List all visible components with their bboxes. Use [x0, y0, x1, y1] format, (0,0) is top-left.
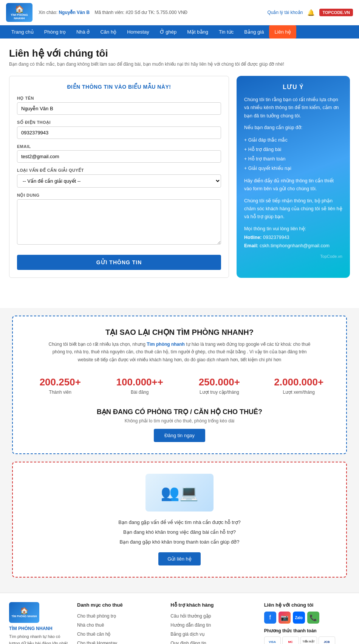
loai-van-de-select[interactable]: -- Vấn đề cần giải quyết -- Giải đáp thắ… [17, 174, 221, 188]
zalo-icon[interactable]: Zalo [293, 612, 305, 624]
noi-dung-label: NỘI DUNG [17, 193, 221, 198]
payment-mc: MC [282, 636, 299, 644]
payment-icons: VISA MC TIỀN MẶT JCB ATM QR [264, 636, 350, 644]
cta-sub: Không phải lo tìm người cho thuê, phòng … [20, 418, 339, 424]
dang-tin-button[interactable]: Đăng tin ngay [154, 429, 205, 442]
footer-link-quy-dinh[interactable]: Quy định đăng tin [170, 639, 256, 644]
stat-label-3: Lượt truy cập/tháng [183, 390, 255, 395]
form-group-hoten: HỌ TÊN [17, 96, 221, 115]
nav-lien-he[interactable]: Liên hệ [269, 25, 296, 39]
header-actions: Quản lý tài khoản 🔔 TOPCODE.VN [267, 9, 353, 16]
footer-link-bang-gia[interactable]: Bảng giá dịch vụ [170, 630, 256, 639]
note-hotline-value: 0932379943 [263, 235, 289, 240]
why-desc-start: Chúng tôi biết bạn có rất nhiều lựa chọn… [48, 342, 145, 347]
stats-row: 200.250+ Thành viên 100.000++ Bài đăng 2… [20, 373, 339, 399]
note-intro: Chúng tôi tin rằng bạn có rất nhiều lựa … [244, 96, 342, 120]
cta-title: BẠN ĐANG CÓ PHÒNG TRỌ / CĂN HỘ CHO THUÊ? [20, 408, 339, 416]
noi-dung-textarea[interactable] [17, 199, 221, 245]
footer-logo-box: 🏠 TÌM PHÒNG NHANH [9, 602, 39, 623]
note-item-2: + Hỗ trợ đăng bài [244, 145, 342, 154]
topcode-watermark: TopCode.vn [244, 254, 342, 259]
bell-icon[interactable]: 🔔 [307, 9, 315, 16]
support-illustration: 👥💻 [145, 474, 214, 512]
stat-label-2: Bài đăng [104, 390, 176, 395]
footer-link-nha-thue[interactable]: Nhà cho thuê [77, 621, 163, 630]
footer-col-danhmuc: Danh mục cho thuê Cho thuê phòng trọ Nhà… [77, 602, 163, 644]
stat-number-3: 250.000+ [183, 376, 255, 388]
payment-title: Phương thức thanh toán [264, 628, 350, 633]
payment-jcb: JCB [319, 636, 335, 644]
support-text: Bạn đang gặp vấn đề về việc tìm nhà cần … [20, 518, 339, 547]
nav-mat-bang[interactable]: Mặt bằng [182, 25, 214, 39]
footer-link-homestay[interactable]: Cho thuê Homestay [77, 639, 163, 644]
top-header: 🏠 TÌM PHÒNG NHANH Xin chào: Nguyễn Văn B… [0, 0, 359, 25]
nav-tin-tuc[interactable]: Tin tức [214, 25, 239, 39]
note-box: LƯU Ý Chúng tôi tin rằng bạn có rất nhiề… [237, 76, 350, 278]
stat-label-1: Thành viên [24, 390, 96, 395]
instagram-icon[interactable]: 📷 [279, 612, 291, 624]
note-contact-intro: Mọi thông tin vui lòng liên hệ: [244, 226, 306, 231]
footer-link-huong-dan[interactable]: Hướng dẫn đăng tin [170, 621, 256, 630]
form-heading: ĐIỀN THÔNG TIN VÀO BIỂU MẪU NÀY! [17, 84, 221, 90]
nav-bang-gia[interactable]: Bảng giá [239, 25, 269, 39]
sdt-input[interactable] [17, 126, 221, 139]
stat-number-4: 2.000.000+ [263, 376, 335, 388]
support-text-3: Bạn đang gặp khó khăn trong thanh toán c… [20, 537, 339, 547]
support-text-2: Bạn đang khó khăn trong việc đăng bài cầ… [20, 527, 339, 537]
stat-number-1: 200.250+ [24, 376, 96, 388]
footer-link-phong-tro[interactable]: Cho thuê phòng trọ [77, 612, 163, 621]
sdt-label: SỐ ĐIỆN THOẠI [17, 120, 221, 125]
main-nav: Trang chủ Phòng trọ Nhà ở Căn hộ Homesta… [0, 25, 359, 39]
stat-bai-dang: 100.000++ Bài đăng [100, 373, 180, 399]
footer-link-cau-hoi[interactable]: Câu hỏi thường gặp [170, 612, 256, 621]
nav-nha-o[interactable]: Nhà ở [71, 25, 95, 39]
email-input[interactable] [17, 150, 221, 163]
phone-icon[interactable]: 📞 [307, 612, 319, 624]
footer-col2-title: Hỗ trợ khách hàng [170, 602, 256, 608]
note-receive: Chúng tôi sẽ tiếp nhận thông tin, bộ phậ… [244, 197, 342, 221]
support-section: 👥💻 Bạn đang gặp vấn đề về việc tìm nhà c… [12, 462, 347, 578]
footer-brand-name: TÌM PHÒNG NHANH [9, 626, 70, 631]
nav-o-ghep[interactable]: Ở ghép [155, 25, 182, 39]
nav-trang-chu[interactable]: Trang chủ [6, 25, 39, 39]
note-help-intro: Nếu bạn đang cần giúp đỡ: [244, 124, 342, 132]
page-subtitle: Bạn đang có thắc mắc, bạn đang không biế… [9, 62, 350, 67]
footer-link-can-ho[interactable]: Cho thuê căn hộ [77, 630, 163, 639]
payment-tienmat: TIỀN MẶT [300, 636, 317, 644]
footer-col1-title: Danh mục cho thuê [77, 602, 163, 608]
contact-form-box: ĐIỀN THÔNG TIN VÀO BIỂU MẪU NÀY! HỌ TÊN … [9, 76, 229, 278]
ho-ten-input[interactable] [17, 102, 221, 115]
nav-phong-tro[interactable]: Phòng trọ [39, 25, 71, 39]
footer-logo-text: TÌM PHÒNG NHANH [12, 615, 37, 618]
footer-brand-desc: Tìm phòng nhanh tự hào có lượng dữ liệu … [9, 633, 70, 644]
nav-homestay[interactable]: Homestay [122, 25, 155, 39]
greeting-text: Xin chào: [39, 10, 57, 15]
note-email-value: cskh.timphongnhanh@gmail.com [260, 243, 330, 248]
footer-col-lienhe: Liên hệ với chúng tôi f 📷 Zalo 📞 Phương … [264, 602, 350, 644]
submit-button[interactable]: GỬI THÔNG TIN [17, 255, 221, 270]
logo-box: 🏠 TÌM PHÒNG NHANH [6, 3, 32, 22]
contact-section: ĐIỀN THÔNG TIN VÀO BIỂU MẪU NÀY! HỌ TÊN … [9, 76, 350, 278]
note-item-4: + Giải quyết khiếu nại [244, 164, 342, 173]
page-content: Liên hệ với chúng tôi Bạn đang có thắc m… [0, 39, 359, 308]
facebook-icon[interactable]: f [264, 612, 276, 624]
why-section: TẠI SAO LẠI CHỌN TÌM PHÒNG NHANH? Chúng … [12, 316, 347, 454]
ho-ten-label: HỌ TÊN [17, 96, 221, 101]
footer-col3-title: Liên hệ với chúng tôi [264, 602, 350, 608]
support-text-1: Bạn đang gặp vấn đề về việc tìm nhà cần … [20, 518, 339, 527]
gui-lien-he-button[interactable]: Gửi liên hệ [158, 552, 201, 565]
manage-account-link[interactable]: Quản lý tài khoản [267, 10, 303, 15]
email-label: EMAIL [17, 144, 221, 149]
note-contact: Mọi thông tin vui lòng liên hệ: Hotline:… [244, 225, 342, 250]
form-group-sdt: SỐ ĐIỆN THOẠI [17, 120, 221, 139]
footer-top: 🏠 TÌM PHÒNG NHANH TÌM PHÒNG NHANH Tìm ph… [9, 602, 350, 644]
form-group-noi-dung: NỘI DUNG [17, 193, 221, 246]
logo-area: 🏠 TÌM PHÒNG NHANH [6, 3, 32, 22]
stat-luot-truy-cap: 250.000+ Lượt truy cập/tháng [180, 373, 259, 399]
logo-icon: 🏠 [15, 5, 24, 14]
nav-can-ho[interactable]: Căn hộ [95, 25, 122, 39]
page-title: Liên hệ với chúng tôi [9, 48, 350, 59]
username: Nguyễn Văn B [59, 10, 90, 15]
note-title: LƯU Ý [244, 83, 342, 91]
member-info: Mã thành viên: #20 Số dư TK: 5.755.000 V… [94, 10, 187, 15]
